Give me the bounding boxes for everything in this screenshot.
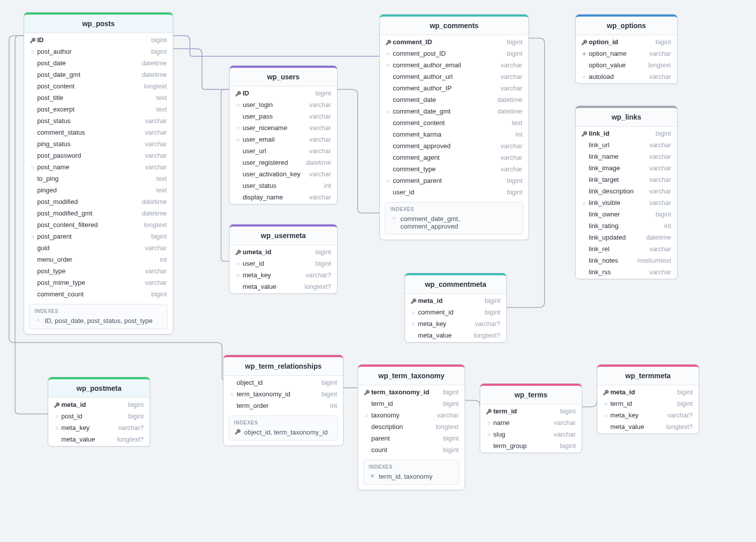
column-row[interactable]: option_idbigint bbox=[576, 36, 677, 48]
table-wp_comments[interactable]: wp_commentscomment_IDbigintcomment_post_… bbox=[379, 14, 529, 240]
column-row[interactable]: user_urlvarchar bbox=[230, 145, 337, 157]
column-row[interactable]: comment_countbigint bbox=[24, 288, 173, 300]
column-row[interactable]: meta_idbigint bbox=[597, 386, 699, 398]
index-row[interactable]: ID, post_date, post_status, post_type bbox=[35, 317, 162, 324]
column-row[interactable]: post_modifieddatetime bbox=[24, 196, 173, 207]
column-row[interactable]: comment_date_gmtdatetime bbox=[380, 105, 528, 117]
column-row[interactable]: link_descriptionvarchar bbox=[576, 185, 677, 197]
column-row[interactable]: link_ratingint bbox=[576, 220, 677, 232]
column-row[interactable]: comment_approvedvarchar bbox=[380, 140, 528, 152]
column-row[interactable]: post_namevarchar bbox=[24, 161, 173, 173]
column-row[interactable]: post_datedatetime bbox=[24, 57, 173, 69]
column-row[interactable]: namevarchar bbox=[480, 417, 582, 428]
column-row[interactable]: comment_statusvarchar bbox=[24, 127, 173, 138]
table-header[interactable]: wp_terms bbox=[480, 384, 582, 404]
column-row[interactable]: comment_contenttext bbox=[380, 117, 528, 129]
column-row[interactable]: parentbigint bbox=[358, 432, 465, 444]
table-header[interactable]: wp_posts bbox=[24, 13, 173, 33]
table-header[interactable]: wp_comments bbox=[380, 15, 528, 35]
table-wp_posts[interactable]: wp_postsIDbigintpost_authorbigintpost_da… bbox=[24, 12, 173, 335]
column-row[interactable]: link_relvarchar bbox=[576, 243, 677, 255]
column-row[interactable]: ping_statusvarchar bbox=[24, 138, 173, 150]
column-row[interactable]: IDbigint bbox=[230, 87, 337, 99]
column-row[interactable]: autoloadvarchar bbox=[576, 71, 677, 82]
column-row[interactable]: link_targetvarchar bbox=[576, 174, 677, 185]
column-row[interactable]: user_statusint bbox=[230, 180, 337, 191]
column-row[interactable]: term_orderint bbox=[224, 400, 343, 411]
column-row[interactable]: comment_karmaint bbox=[380, 129, 528, 140]
column-row[interactable]: post_date_gmtdatetime bbox=[24, 69, 173, 80]
table-header[interactable]: wp_term_relationships bbox=[224, 355, 343, 376]
table-wp_terms[interactable]: wp_termsterm_idbigintnamevarcharslugvarc… bbox=[480, 383, 582, 453]
column-row[interactable]: meta_valuelongtext? bbox=[230, 281, 337, 292]
column-row[interactable]: comment_author_IPvarchar bbox=[380, 82, 528, 94]
column-row[interactable]: post_excerpttext bbox=[24, 103, 173, 115]
column-row[interactable]: post_typevarchar bbox=[24, 265, 173, 277]
table-wp_commentmeta[interactable]: wp_commentmetameta_idbigintcomment_idbig… bbox=[404, 273, 507, 343]
table-header[interactable]: wp_users bbox=[230, 66, 337, 86]
column-row[interactable]: link_notesmediumtext bbox=[576, 255, 677, 266]
column-row[interactable]: user_loginvarchar bbox=[230, 99, 337, 111]
column-row[interactable]: descriptionlongtext bbox=[358, 421, 465, 432]
table-header[interactable]: wp_commentmeta bbox=[405, 273, 506, 294]
column-row[interactable]: comment_agentvarchar bbox=[380, 152, 528, 163]
column-row[interactable]: menu_orderint bbox=[24, 254, 173, 265]
column-row[interactable]: post_passwordvarchar bbox=[24, 150, 173, 161]
column-row[interactable]: link_updateddatetime bbox=[576, 232, 677, 243]
column-row[interactable]: comment_datedatetime bbox=[380, 94, 528, 105]
column-row[interactable]: user_registereddatetime bbox=[230, 157, 337, 168]
column-row[interactable]: meta_valuelongtext? bbox=[597, 421, 699, 432]
index-row[interactable]: comment_date_gmt, comment_approved bbox=[390, 215, 518, 230]
index-row[interactable]: term_id, taxonomy bbox=[369, 473, 454, 480]
column-row[interactable]: user_emailvarchar bbox=[230, 134, 337, 145]
column-row[interactable]: meta_keyvarchar? bbox=[405, 318, 506, 330]
column-row[interactable]: comment_parentbigint bbox=[380, 175, 528, 186]
column-row[interactable]: term_idbigint bbox=[597, 398, 699, 409]
table-wp_term_taxonomy[interactable]: wp_term_taxonomyterm_taxonomy_idbigintte… bbox=[358, 364, 465, 490]
table-header[interactable]: wp_usermeta bbox=[230, 225, 337, 245]
column-row[interactable]: meta_idbigint bbox=[405, 295, 506, 306]
column-row[interactable]: option_valuelongtext bbox=[576, 59, 677, 71]
column-row[interactable]: link_namevarchar bbox=[576, 151, 677, 162]
column-row[interactable]: user_passvarchar bbox=[230, 111, 337, 122]
table-wp_postmeta[interactable]: wp_postmetameta_idbigintpost_idbigintmet… bbox=[48, 377, 150, 447]
column-row[interactable]: post_statusvarchar bbox=[24, 115, 173, 127]
column-row[interactable]: guidvarchar bbox=[24, 242, 173, 254]
column-row[interactable]: user_nicenamevarchar bbox=[230, 122, 337, 134]
column-row[interactable]: meta_keyvarchar? bbox=[230, 269, 337, 281]
column-row[interactable]: link_urlvarchar bbox=[576, 139, 677, 151]
column-row[interactable]: term_idbigint bbox=[480, 405, 582, 417]
column-row[interactable]: user_idbigint bbox=[230, 258, 337, 269]
column-row[interactable]: countbigint bbox=[358, 444, 465, 456]
table-header[interactable]: wp_links bbox=[576, 106, 677, 127]
column-row[interactable]: link_imagevarchar bbox=[576, 162, 677, 174]
column-row[interactable]: comment_idbigint bbox=[405, 306, 506, 318]
table-header[interactable]: wp_termmeta bbox=[597, 365, 699, 385]
table-wp_termmeta[interactable]: wp_termmetameta_idbigintterm_idbigintmet… bbox=[597, 364, 699, 434]
column-row[interactable]: link_ownerbigint bbox=[576, 208, 677, 220]
column-row[interactable]: pingedtext bbox=[24, 184, 173, 196]
column-row[interactable]: link_rssvarchar bbox=[576, 266, 677, 278]
column-row[interactable]: term_taxonomy_idbigint bbox=[224, 388, 343, 400]
column-row[interactable]: comment_IDbigint bbox=[380, 36, 528, 48]
column-row[interactable]: post_content_filteredlongtext bbox=[24, 219, 173, 231]
column-row[interactable]: comment_author_urlvarchar bbox=[380, 71, 528, 82]
table-wp_users[interactable]: wp_usersIDbigintuser_loginvarcharuser_pa… bbox=[229, 65, 338, 204]
column-row[interactable]: user_idbigint bbox=[380, 186, 528, 198]
table-wp_options[interactable]: wp_optionsoption_idbigintoption_namevarc… bbox=[575, 14, 678, 84]
column-row[interactable]: comment_author_emailvarchar bbox=[380, 59, 528, 71]
table-header[interactable]: wp_options bbox=[576, 15, 677, 35]
table-wp_usermeta[interactable]: wp_usermetaumeta_idbigintuser_idbigintme… bbox=[229, 224, 338, 294]
table-header[interactable]: wp_postmeta bbox=[48, 377, 150, 398]
column-row[interactable]: IDbigint bbox=[24, 34, 173, 46]
column-row[interactable]: meta_keyvarchar? bbox=[597, 409, 699, 421]
column-row[interactable]: term_taxonomy_idbigint bbox=[358, 386, 465, 398]
column-row[interactable]: link_idbigint bbox=[576, 128, 677, 139]
column-row[interactable]: post_parentbigint bbox=[24, 231, 173, 242]
column-row[interactable]: display_namevarchar bbox=[230, 191, 337, 203]
column-row[interactable]: comment_post_IDbigint bbox=[380, 48, 528, 59]
column-row[interactable]: meta_valuelongtext? bbox=[405, 330, 506, 341]
column-row[interactable]: meta_valuelongtext? bbox=[48, 433, 150, 445]
column-row[interactable]: umeta_idbigint bbox=[230, 246, 337, 258]
table-header[interactable]: wp_term_taxonomy bbox=[358, 365, 465, 385]
